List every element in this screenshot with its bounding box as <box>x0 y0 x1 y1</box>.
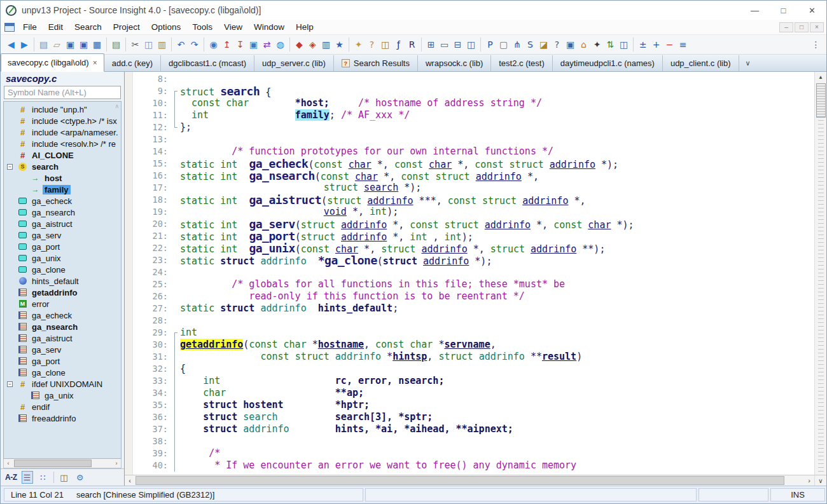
collapse-icon[interactable]: − <box>7 381 13 387</box>
save-as-button[interactable]: ▣ <box>77 38 90 51</box>
menu-edit[interactable]: Edit <box>43 21 69 33</box>
menu-window[interactable]: Window <box>248 21 290 33</box>
code-line-40[interactable]: 40: * If we encounter an error we want t… <box>125 460 826 472</box>
code-line-25[interactable]: 25: /* globals for all functions in this… <box>125 278 826 290</box>
forward-button[interactable]: ▶ <box>18 38 31 51</box>
expand-toolbar-button[interactable]: ≡ <box>676 38 690 51</box>
code-line-35[interactable]: 35: struct hostent *hptr; <box>125 399 826 411</box>
editor-vertical-scrollbar[interactable]: ▲ <box>814 72 826 486</box>
code-line-36[interactable]: 36: struct search search[3], *sptr; <box>125 411 826 423</box>
style-button[interactable]: S <box>524 38 537 51</box>
code-line-15[interactable]: 15:static int ga_echeck(const char *, co… <box>125 158 826 170</box>
editor-hscroll-thumb[interactable] <box>136 476 784 485</box>
sidebar-item-getaddrinfo[interactable]: getaddrinfo <box>4 287 121 298</box>
mdi-close-button[interactable]: × <box>810 22 824 32</box>
symbol-list-button[interactable]: ☰ <box>22 471 33 484</box>
redo-button[interactable]: ↷ <box>188 38 201 51</box>
tab-search-results[interactable]: ?Search Results <box>334 55 418 71</box>
mdi-restore-button[interactable]: □ <box>795 22 809 32</box>
call-tree-button[interactable]: ⋔ <box>510 38 524 51</box>
symbol-window-button[interactable]: ƒ <box>392 38 405 51</box>
help-lookup-button[interactable]: ? <box>365 38 379 51</box>
sidebar-item-ga-nsearch[interactable]: ga_nsearch <box>4 207 121 218</box>
scroll-right-icon[interactable]: › <box>112 460 121 467</box>
undo-button[interactable]: ↶ <box>174 38 188 51</box>
menu-options[interactable]: Options <box>146 21 187 33</box>
code-line-29[interactable]: 29:int <box>125 327 826 339</box>
code-line-32[interactable]: 32:{ <box>125 363 826 375</box>
sidebar-item-ga-echeck[interactable]: ga_echeck <box>4 195 121 207</box>
sidebar-item-ai-clone[interactable]: #AI_CLONE <box>4 149 121 161</box>
code-line-30[interactable]: 30:getaddrinfo(const char *hostname, con… <box>125 339 826 351</box>
tab-udp-client-c-lib[interactable]: udp_client.c (lib) <box>663 55 739 71</box>
sidebar-item-include-resolv-h-re[interactable]: #include <resolv.h> /* re <box>4 138 121 149</box>
code-line-39[interactable]: 39: /* <box>125 447 826 460</box>
context-window-button[interactable]: ▥ <box>319 38 333 51</box>
sidebar-item-ga-port[interactable]: ga_port <box>4 241 121 252</box>
sidebar-item-include-ctype-h-isx[interactable]: #include <ctype.h> /* isx <box>4 115 121 126</box>
sidebar-item-freeaddrinfo[interactable]: freeaddrinfo <box>4 412 121 424</box>
cut-button[interactable]: ✂ <box>129 38 142 51</box>
search-files-button[interactable]: ▣ <box>247 38 260 51</box>
replace-button[interactable]: ⇄ <box>260 38 274 51</box>
code-line-33[interactable]: 33: int rc, error, nsearch; <box>125 375 826 387</box>
symbol-groups-button[interactable]: ∷ <box>38 471 49 484</box>
code-line-9[interactable]: 9:struct search { <box>125 85 826 97</box>
browse-mode-button[interactable]: ✦ <box>352 38 365 51</box>
copy-button[interactable]: ◫ <box>142 38 155 51</box>
regex-button[interactable]: R <box>405 38 419 51</box>
code-area[interactable]: 8:9:struct search {10: const char *host;… <box>125 72 826 475</box>
sidebar-item-ga-echeck[interactable]: ga_echeck <box>4 310 121 321</box>
sidebar-item-ga-serv[interactable]: ga_serv <box>4 344 121 355</box>
code-line-17[interactable]: 17: struct search *); <box>125 182 826 194</box>
sidebar-item-ga-nsearch[interactable]: ga_nsearch <box>4 321 121 332</box>
search-web-button[interactable]: ◍ <box>274 38 287 51</box>
menu-tools[interactable]: Tools <box>186 21 218 33</box>
save-button[interactable]: ▣ <box>64 38 77 51</box>
tab-overflow-chevron[interactable]: ∨ <box>739 55 757 71</box>
sidebar-item-error[interactable]: Merror <box>4 298 121 310</box>
code-line-8[interactable]: 8: <box>125 73 826 85</box>
code-line-27[interactable]: 27:static struct addrinfo hints_default; <box>125 303 826 315</box>
code-line-21[interactable]: 21:static int ga_port(struct addrinfo *,… <box>125 230 826 242</box>
search-forward-button[interactable]: ↥ <box>220 38 233 51</box>
sidebar-item-endif[interactable]: #endif <box>4 401 121 412</box>
sidebar-item-ga-port[interactable]: ga_port <box>4 355 121 367</box>
favorites-button[interactable]: ★ <box>333 38 346 51</box>
menu-help[interactable]: Help <box>290 21 319 33</box>
remove-line-button[interactable]: − <box>663 38 676 51</box>
window-cascade-button[interactable]: ◫ <box>464 38 478 51</box>
scroll-left-icon[interactable]: ‹ <box>125 475 135 486</box>
sidebar-item-include-unp-h[interactable]: #include "unp.h" <box>4 104 121 115</box>
window-split-button[interactable]: ⊟ <box>451 38 464 51</box>
minimize-button[interactable]: — <box>740 1 769 20</box>
toggle-case-button[interactable]: ± <box>636 38 650 51</box>
collapse-icon[interactable]: − <box>7 164 13 170</box>
tab-udp-server-c-lib[interactable]: udp_server.c (lib) <box>254 55 334 71</box>
toolbar-overflow-button[interactable]: ⋮ <box>809 38 823 51</box>
code-line-12[interactable]: 12:}; <box>125 121 826 133</box>
code-line-19[interactable]: 19: void *, int); <box>125 206 826 218</box>
code-line-24[interactable]: 24: <box>125 266 826 278</box>
sort-alpha-button[interactable]: A-Z <box>5 471 17 484</box>
jump-definition-button[interactable]: ◆ <box>293 38 306 51</box>
editor-vscroll-thumb[interactable] <box>816 83 826 118</box>
sidebar-item-ifdef-unixdomain[interactable]: −#ifdef UNIXDOMAIN <box>4 378 121 390</box>
sidebar-horizontal-scrollbar[interactable]: ‹ › <box>3 459 122 468</box>
new-file-button[interactable]: ▤ <box>37 38 50 51</box>
sidebar-item-ga-unix[interactable]: ga_unix <box>4 390 121 401</box>
sidebar-item-hints-default[interactable]: hints_default <box>4 275 121 287</box>
sync-folders-button[interactable]: ◪ <box>537 38 550 51</box>
print-button[interactable]: ▤ <box>109 38 123 51</box>
scroll-down-icon[interactable]: ∨ <box>814 475 826 486</box>
search-button[interactable]: ◉ <box>207 38 220 51</box>
save-all-button[interactable]: ▦ <box>90 38 104 51</box>
compare-button[interactable]: ◫ <box>617 38 630 51</box>
tab-add-c-key[interactable]: add.c (key) <box>104 55 161 71</box>
references-book-button[interactable]: ◫ <box>59 471 70 484</box>
tab-wrapsock-c-lib[interactable]: wrapsock.c (lib) <box>418 55 491 71</box>
editor-hscroll-track[interactable] <box>135 475 804 486</box>
menu-file[interactable]: File <box>17 21 43 33</box>
sidebar-scroll-thumb[interactable] <box>14 460 92 467</box>
back-button[interactable]: ◀ <box>4 38 18 51</box>
